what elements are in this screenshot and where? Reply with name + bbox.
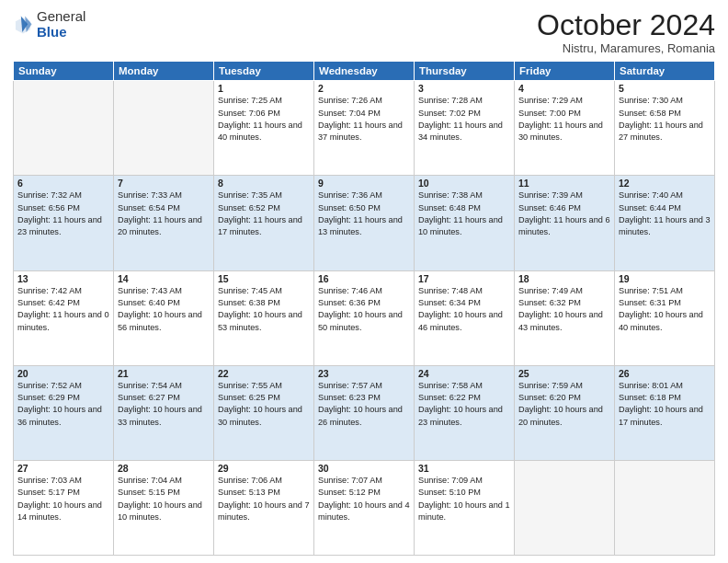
logo: General Blue [13, 9, 85, 40]
col-thursday: Thursday [415, 62, 515, 81]
day-number: 8 [218, 178, 310, 189]
cell-content: Sunrise: 7:29 AM Sunset: 7:00 PM Dayligh… [518, 95, 610, 144]
cell-content: Sunrise: 7:58 AM Sunset: 6:22 PM Dayligh… [418, 380, 510, 429]
calendar-cell: 2Sunrise: 7:26 AM Sunset: 7:04 PM Daylig… [314, 81, 415, 176]
day-number: 29 [218, 463, 310, 474]
cell-content: Sunrise: 7:36 AM Sunset: 6:50 PM Dayligh… [318, 190, 410, 238]
logo-blue: Blue [37, 25, 85, 40]
calendar-table: Sunday Monday Tuesday Wednesday Thursday… [13, 61, 715, 556]
calendar-cell: 10Sunrise: 7:38 AM Sunset: 6:48 PM Dayli… [415, 176, 515, 270]
calendar-cell: 9Sunrise: 7:36 AM Sunset: 6:50 PM Daylig… [314, 176, 415, 270]
calendar-cell: 18Sunrise: 7:49 AM Sunset: 6:32 PM Dayli… [515, 270, 615, 365]
calendar-cell: 30Sunrise: 7:07 AM Sunset: 5:12 PM Dayli… [314, 460, 415, 555]
month-title: October 2024 [537, 9, 715, 41]
col-tuesday: Tuesday [214, 62, 314, 81]
calendar-cell: 3Sunrise: 7:28 AM Sunset: 7:02 PM Daylig… [415, 81, 515, 176]
day-number: 26 [619, 368, 711, 379]
day-number: 10 [418, 178, 510, 189]
calendar-cell: 25Sunrise: 7:59 AM Sunset: 6:20 PM Dayli… [515, 365, 615, 460]
day-number: 11 [518, 178, 610, 189]
day-number: 28 [118, 463, 210, 474]
logo-icon [13, 15, 33, 35]
calendar-cell: 8Sunrise: 7:35 AM Sunset: 6:52 PM Daylig… [214, 176, 314, 270]
day-number: 7 [118, 178, 210, 189]
day-number: 13 [17, 273, 109, 284]
col-monday: Monday [114, 62, 214, 81]
day-number: 20 [17, 368, 109, 379]
col-sunday: Sunday [14, 62, 114, 81]
calendar-cell: 28Sunrise: 7:04 AM Sunset: 5:15 PM Dayli… [114, 460, 214, 555]
logo-general: General [37, 9, 85, 25]
cell-content: Sunrise: 7:32 AM Sunset: 6:56 PM Dayligh… [17, 190, 109, 238]
calendar-cell: 17Sunrise: 7:48 AM Sunset: 6:34 PM Dayli… [415, 270, 515, 365]
cell-content: Sunrise: 7:28 AM Sunset: 7:02 PM Dayligh… [418, 95, 510, 144]
cell-content: Sunrise: 7:26 AM Sunset: 7:04 PM Dayligh… [318, 95, 410, 144]
calendar-cell [114, 81, 214, 176]
cell-content: Sunrise: 7:30 AM Sunset: 6:58 PM Dayligh… [619, 95, 711, 144]
calendar-week-4: 20Sunrise: 7:52 AM Sunset: 6:29 PM Dayli… [14, 365, 715, 460]
calendar-cell: 21Sunrise: 7:54 AM Sunset: 6:27 PM Dayli… [114, 365, 214, 460]
calendar-cell: 15Sunrise: 7:45 AM Sunset: 6:38 PM Dayli… [214, 270, 314, 365]
day-number: 14 [118, 273, 210, 284]
calendar-week-1: 1Sunrise: 7:25 AM Sunset: 7:06 PM Daylig… [14, 81, 715, 176]
cell-content: Sunrise: 7:59 AM Sunset: 6:20 PM Dayligh… [518, 380, 610, 429]
day-number: 6 [17, 178, 109, 189]
day-number: 30 [318, 463, 410, 474]
cell-content: Sunrise: 7:07 AM Sunset: 5:12 PM Dayligh… [318, 475, 410, 523]
cell-content: Sunrise: 7:40 AM Sunset: 6:44 PM Dayligh… [619, 190, 711, 238]
day-number: 31 [418, 463, 510, 474]
calendar-cell: 24Sunrise: 7:58 AM Sunset: 6:22 PM Dayli… [415, 365, 515, 460]
day-number: 22 [218, 368, 310, 379]
day-number: 21 [118, 368, 210, 379]
day-number: 12 [619, 178, 711, 189]
calendar-cell [14, 81, 114, 176]
cell-content: Sunrise: 7:57 AM Sunset: 6:23 PM Dayligh… [318, 380, 410, 429]
calendar-cell: 6Sunrise: 7:32 AM Sunset: 6:56 PM Daylig… [14, 176, 114, 270]
day-number: 16 [318, 273, 410, 284]
cell-content: Sunrise: 7:03 AM Sunset: 5:17 PM Dayligh… [17, 475, 109, 523]
day-number: 19 [619, 273, 711, 284]
calendar-cell: 29Sunrise: 7:06 AM Sunset: 5:13 PM Dayli… [214, 460, 314, 555]
day-number: 15 [218, 273, 310, 284]
title-area: October 2024 Nistru, Maramures, Romania [537, 9, 715, 55]
day-number: 17 [418, 273, 510, 284]
cell-content: Sunrise: 7:45 AM Sunset: 6:38 PM Dayligh… [218, 285, 310, 334]
day-number: 27 [17, 463, 109, 474]
cell-content: Sunrise: 8:01 AM Sunset: 6:18 PM Dayligh… [619, 380, 711, 429]
day-number: 9 [318, 178, 410, 189]
cell-content: Sunrise: 7:46 AM Sunset: 6:36 PM Dayligh… [318, 285, 410, 334]
calendar-cell: 23Sunrise: 7:57 AM Sunset: 6:23 PM Dayli… [314, 365, 415, 460]
calendar-cell: 16Sunrise: 7:46 AM Sunset: 6:36 PM Dayli… [314, 270, 415, 365]
col-saturday: Saturday [615, 62, 715, 81]
cell-content: Sunrise: 7:38 AM Sunset: 6:48 PM Dayligh… [418, 190, 510, 238]
calendar-cell: 11Sunrise: 7:39 AM Sunset: 6:46 PM Dayli… [515, 176, 615, 270]
calendar-cell: 12Sunrise: 7:40 AM Sunset: 6:44 PM Dayli… [615, 176, 715, 270]
calendar-header-row: Sunday Monday Tuesday Wednesday Thursday… [14, 62, 715, 81]
day-number: 18 [518, 273, 610, 284]
calendar-cell: 7Sunrise: 7:33 AM Sunset: 6:54 PM Daylig… [114, 176, 214, 270]
cell-content: Sunrise: 7:43 AM Sunset: 6:40 PM Dayligh… [118, 285, 210, 334]
cell-content: Sunrise: 7:35 AM Sunset: 6:52 PM Dayligh… [218, 190, 310, 238]
day-number: 4 [518, 83, 610, 94]
calendar-cell: 26Sunrise: 8:01 AM Sunset: 6:18 PM Dayli… [615, 365, 715, 460]
cell-content: Sunrise: 7:48 AM Sunset: 6:34 PM Dayligh… [418, 285, 510, 334]
calendar-cell: 13Sunrise: 7:42 AM Sunset: 6:42 PM Dayli… [14, 270, 114, 365]
cell-content: Sunrise: 7:52 AM Sunset: 6:29 PM Dayligh… [17, 380, 109, 429]
calendar-cell [515, 460, 615, 555]
cell-content: Sunrise: 7:55 AM Sunset: 6:25 PM Dayligh… [218, 380, 310, 429]
day-number: 23 [318, 368, 410, 379]
cell-content: Sunrise: 7:54 AM Sunset: 6:27 PM Dayligh… [118, 380, 210, 429]
calendar-cell: 19Sunrise: 7:51 AM Sunset: 6:31 PM Dayli… [615, 270, 715, 365]
col-friday: Friday [515, 62, 615, 81]
calendar-cell [615, 460, 715, 555]
day-number: 24 [418, 368, 510, 379]
header: General Blue October 2024 Nistru, Maramu… [13, 9, 715, 55]
calendar-cell: 22Sunrise: 7:55 AM Sunset: 6:25 PM Dayli… [214, 365, 314, 460]
calendar-cell: 27Sunrise: 7:03 AM Sunset: 5:17 PM Dayli… [14, 460, 114, 555]
calendar-cell: 5Sunrise: 7:30 AM Sunset: 6:58 PM Daylig… [615, 81, 715, 176]
col-wednesday: Wednesday [314, 62, 415, 81]
cell-content: Sunrise: 7:06 AM Sunset: 5:13 PM Dayligh… [218, 475, 310, 523]
cell-content: Sunrise: 7:33 AM Sunset: 6:54 PM Dayligh… [118, 190, 210, 238]
calendar-week-5: 27Sunrise: 7:03 AM Sunset: 5:17 PM Dayli… [14, 460, 715, 555]
day-number: 25 [518, 368, 610, 379]
